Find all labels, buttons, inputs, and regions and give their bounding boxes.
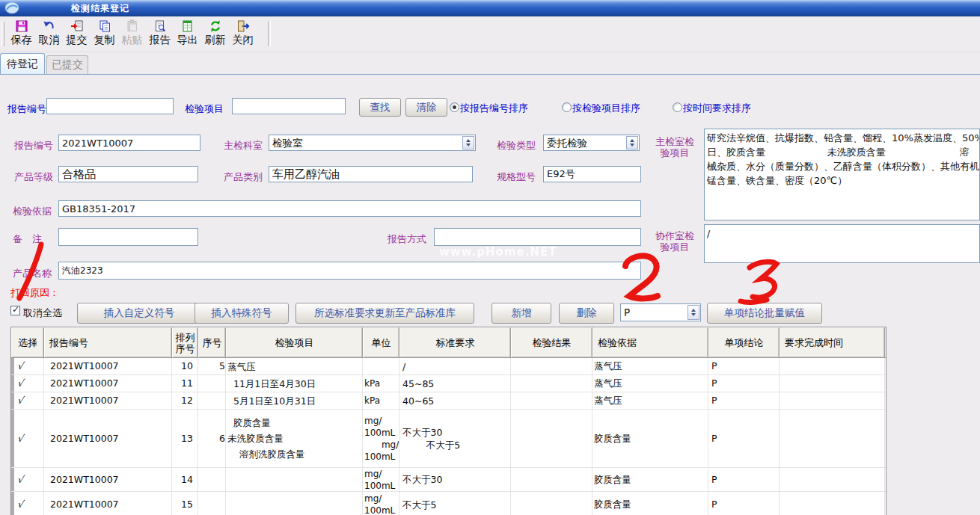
- cell-r1-c4[interactable]: 11月1日至4月30日: [226, 375, 363, 392]
- cell-r0-c7[interactable]: [511, 358, 592, 374]
- main-dept-combo[interactable]: 检验室: [269, 135, 476, 151]
- cell-r0-c8[interactable]: 蒸气压: [592, 358, 708, 374]
- delete-button[interactable]: 删除: [559, 303, 614, 324]
- spinner-icon[interactable]: [462, 136, 474, 149]
- cell-r2-c5[interactable]: kPa: [363, 392, 399, 409]
- col-header-3[interactable]: 序号: [198, 327, 226, 357]
- cell-r5-c10[interactable]: [780, 492, 885, 515]
- conclusion-combo[interactable]: P: [620, 303, 701, 321]
- cell-r1-c3[interactable]: [198, 375, 226, 392]
- cell-r4-c2[interactable]: 14: [172, 468, 198, 491]
- table-row[interactable]: √2021WT1000715mg/ 100mL不大于5胶质含量P: [11, 492, 886, 515]
- cell-r5-c6[interactable]: 不大于5: [399, 492, 511, 515]
- search-report-no-input[interactable]: [46, 98, 174, 114]
- cell-r1-c5[interactable]: kPa: [363, 375, 399, 392]
- cell-r4-c8[interactable]: 胶质含量: [592, 468, 708, 491]
- cell-r3-c6[interactable]: 不大于30 不大于5: [399, 410, 511, 467]
- cell-r1-c9[interactable]: P: [708, 375, 780, 392]
- cell-r2-c10[interactable]: [780, 392, 885, 409]
- radio-sort-by-time[interactable]: [673, 102, 682, 112]
- remark-input[interactable]: [58, 228, 198, 246]
- main-items-textarea[interactable]: 研究法辛烷值、抗爆指数、铅含量、馏程、10%蒸发温度、50%蒸 日、胶质含量 未…: [704, 129, 980, 221]
- cell-r3-c10[interactable]: [780, 410, 885, 467]
- tab-submitted[interactable]: 已提交: [46, 55, 88, 74]
- toolbar-button-export[interactable]: 导出: [174, 16, 201, 46]
- grade-input[interactable]: [58, 166, 198, 182]
- cell-r4-c7[interactable]: [511, 468, 592, 491]
- cell-r0-c5[interactable]: [363, 358, 399, 374]
- cell-r0-c10[interactable]: [780, 358, 885, 374]
- cell-r3-c0[interactable]: √: [11, 410, 44, 467]
- basis-input[interactable]: [58, 200, 641, 217]
- cell-r2-c3[interactable]: [198, 392, 226, 409]
- cell-r5-c1[interactable]: 2021WT10007: [44, 492, 172, 515]
- cell-r2-c6[interactable]: 40~65: [399, 392, 511, 409]
- cell-r1-c10[interactable]: [780, 375, 885, 392]
- cell-r1-c0[interactable]: √: [11, 375, 44, 392]
- radio-sort-by-item[interactable]: [562, 102, 572, 112]
- col-header-4[interactable]: 检验项目: [226, 327, 363, 357]
- col-header-8[interactable]: 检验依据: [592, 327, 708, 357]
- cell-r3-c5[interactable]: mg/ 100mL mg/ 100mL: [363, 410, 399, 467]
- cell-r2-c2[interactable]: 12: [172, 392, 198, 409]
- cell-r4-c0[interactable]: √: [11, 468, 44, 491]
- cell-r0-c3[interactable]: 5: [198, 358, 226, 374]
- cell-r5-c2[interactable]: 15: [172, 492, 198, 515]
- col-header-0[interactable]: 选择: [11, 327, 44, 357]
- cell-r0-c1[interactable]: 2021WT10007: [44, 358, 172, 374]
- cell-r5-c0[interactable]: √: [11, 492, 44, 515]
- cell-r3-c8[interactable]: 胶质含量: [592, 410, 708, 467]
- col-header-1[interactable]: 报告编号: [44, 327, 172, 357]
- radio-label-sort-by-report-no[interactable]: 按报告编号排序: [460, 102, 528, 115]
- cell-r0-c0[interactable]: √: [11, 358, 44, 374]
- col-header-2[interactable]: 排列 序号: [172, 327, 198, 357]
- col-header-10[interactable]: 要求完成时间: [780, 327, 885, 357]
- report-method-input[interactable]: [434, 228, 641, 246]
- table-row[interactable]: √2021WT1000714mg/ 100mL不大于30胶质含量P: [11, 468, 886, 492]
- cell-r1-c6[interactable]: 45~85: [399, 375, 511, 392]
- cell-r3-c1[interactable]: 2021WT10007: [44, 410, 172, 467]
- cell-r5-c9[interactable]: P: [708, 492, 780, 515]
- cell-r1-c8[interactable]: 蒸气压: [592, 375, 708, 392]
- clear-button[interactable]: 清除: [405, 98, 447, 117]
- cell-r3-c9[interactable]: P: [708, 410, 780, 467]
- cell-r4-c3[interactable]: [198, 468, 226, 491]
- cell-r1-c7[interactable]: [511, 375, 592, 392]
- cell-r0-c4[interactable]: 蒸气压: [226, 358, 363, 374]
- radio-label-sort-by-item[interactable]: 按检验项目排序: [572, 102, 640, 115]
- col-header-6[interactable]: 标准要求: [399, 327, 511, 357]
- toolbar-button-refresh[interactable]: 刷新: [201, 16, 229, 46]
- table-row[interactable]: √2021WT1000711 11月1日至4月30日kPa45~85蒸气压P: [11, 375, 886, 392]
- cell-r2-c0[interactable]: √: [11, 392, 44, 409]
- add-button[interactable]: 新增: [491, 303, 551, 324]
- spinner-icon[interactable]: [626, 136, 638, 149]
- radio-label-sort-by-time[interactable]: 按时间要求排序: [683, 102, 751, 115]
- cell-r5-c5[interactable]: mg/ 100mL: [363, 492, 399, 515]
- spec-input[interactable]: [543, 166, 641, 182]
- cell-r1-c2[interactable]: 11: [172, 375, 198, 392]
- search-item-input[interactable]: [232, 98, 346, 114]
- cell-r0-c2[interactable]: 10: [172, 358, 198, 374]
- cell-r2-c4[interactable]: 5月1日至10月31日: [226, 392, 363, 409]
- cell-r3-c3[interactable]: 6: [198, 410, 226, 467]
- table-row[interactable]: √2021WT1000712 5月1日至10月31日kPa40~65蒸气压P: [11, 392, 886, 410]
- cell-r5-c7[interactable]: [511, 492, 592, 515]
- toolbar-button-report[interactable]: 报告: [146, 16, 174, 46]
- col-header-9[interactable]: 单项结论: [708, 327, 780, 357]
- cell-r1-c1[interactable]: 2021WT10007: [44, 375, 172, 392]
- cell-r5-c8[interactable]: 胶质含量: [592, 492, 708, 515]
- cell-r4-c9[interactable]: P: [708, 468, 780, 491]
- toolbar-button-submit[interactable]: 提交: [63, 16, 91, 46]
- report-no-input[interactable]: [58, 135, 200, 151]
- cell-r3-c2[interactable]: 13: [172, 410, 198, 467]
- cell-r4-c4[interactable]: [226, 468, 363, 491]
- table-row[interactable]: √2021WT10007105蒸气压/蒸气压P: [11, 358, 886, 375]
- col-header-5[interactable]: 单位: [363, 327, 399, 357]
- cell-r4-c10[interactable]: [780, 468, 885, 491]
- cell-r2-c7[interactable]: [511, 392, 592, 409]
- cell-r0-c6[interactable]: /: [399, 358, 511, 374]
- tab-pending[interactable]: 待登记: [0, 53, 45, 74]
- coop-items-textarea[interactable]: /: [704, 224, 980, 263]
- update-standards-button[interactable]: 所选标准要求更新至产品标准库: [295, 303, 474, 324]
- category-input[interactable]: [269, 166, 473, 182]
